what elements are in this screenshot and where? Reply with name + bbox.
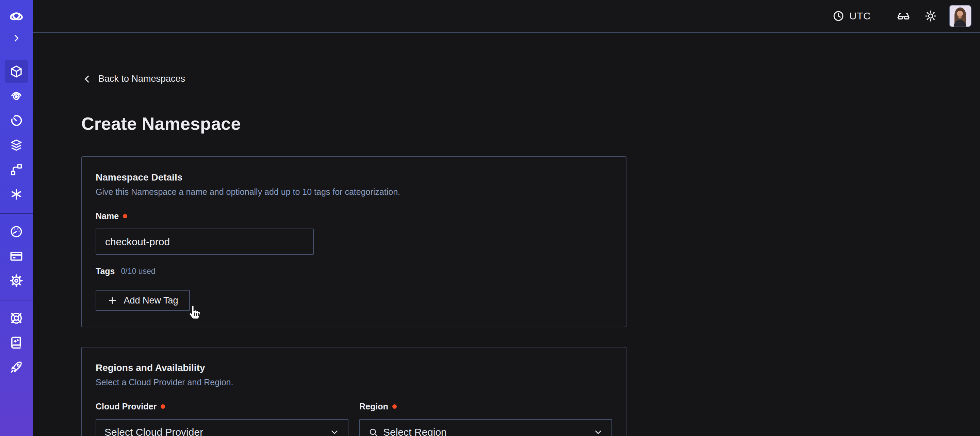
layers-icon: [9, 138, 24, 152]
credit-card-icon: [9, 249, 24, 263]
topbar: UTC: [33, 0, 980, 33]
back-to-namespaces-link[interactable]: Back to Namespaces: [82, 73, 185, 84]
main-content: Back to Namespaces Create Namespace Name…: [33, 34, 980, 436]
glasses-icon: [897, 9, 910, 23]
sidebar-item-namespaces[interactable]: [5, 60, 28, 83]
cube-icon: [9, 64, 24, 79]
user-avatar[interactable]: [949, 5, 972, 27]
card-subtitle: Select a Cloud Provider and Region.: [95, 377, 612, 387]
chevron-down-icon: [329, 427, 340, 436]
region-label: Region: [360, 402, 388, 412]
branch-icon: [9, 163, 24, 177]
card-subtitle: Give this Namespace a name and optionall…: [95, 187, 612, 197]
chevron-down-icon: [593, 427, 603, 436]
sidebar-item-workflows[interactable]: [5, 85, 28, 108]
plus-icon: [107, 295, 118, 305]
region-select[interactable]: Select Region: [360, 419, 612, 436]
timer-icon: [9, 113, 24, 128]
required-dot: [123, 214, 127, 218]
tags-count: 0/10 used: [121, 267, 156, 276]
cloud-provider-select-value: Select Cloud Provider: [105, 426, 325, 436]
card-title: Namespace Details: [95, 172, 612, 183]
spiral-icon: [9, 89, 24, 103]
gear-icon: [9, 273, 24, 288]
temporal-logo-icon[interactable]: [5, 5, 28, 28]
sidebar-item-usage[interactable]: [5, 220, 28, 243]
sidebar-expand-chevron[interactable]: [5, 29, 28, 48]
theme-toggle-button[interactable]: [921, 6, 940, 26]
add-new-tag-label: Add New Tag: [124, 295, 178, 306]
accessibility-button[interactable]: [894, 6, 913, 26]
chevron-left-icon: [82, 74, 92, 84]
required-dot: [392, 404, 397, 409]
namespace-details-card: Namespace Details Give this Namespace a …: [81, 157, 627, 327]
sidebar-divider: [0, 213, 33, 214]
search-icon: [368, 427, 379, 436]
sidebar-item-settings[interactable]: [5, 269, 28, 292]
cloud-provider-select[interactable]: Select Cloud Provider: [95, 419, 348, 436]
gauge-icon: [9, 224, 24, 239]
required-dot: [161, 404, 165, 409]
timezone-selector[interactable]: UTC: [832, 10, 871, 22]
book-sparkles-icon: [9, 335, 24, 350]
sun-icon: [924, 10, 937, 22]
sidebar-item-getting-started[interactable]: [5, 356, 28, 379]
rocket-icon: [9, 360, 24, 374]
asterisk-icon: [9, 187, 24, 201]
lifebuoy-icon: [9, 311, 24, 325]
regions-availability-card: Regions and Availability Select a Cloud …: [81, 347, 627, 436]
clock-icon: [832, 10, 845, 22]
tags-label: Tags: [95, 267, 115, 276]
namespace-name-input[interactable]: [95, 228, 314, 255]
sidebar-item-nexus[interactable]: [5, 182, 28, 206]
sidebar-item-task-queues[interactable]: [5, 134, 28, 157]
region-select-value: Select Region: [383, 426, 588, 436]
card-title: Regions and Availability: [95, 363, 612, 373]
sidebar-item-deployments[interactable]: [5, 158, 28, 181]
sidebar-item-docs[interactable]: [5, 331, 28, 354]
back-label: Back to Namespaces: [98, 73, 185, 84]
sidebar-item-schedules[interactable]: [5, 109, 28, 132]
add-new-tag-button[interactable]: Add New Tag: [95, 290, 190, 311]
name-label: Name: [95, 211, 119, 221]
cloud-provider-label: Cloud Provider: [95, 402, 156, 412]
page-title: Create Namespace: [81, 113, 241, 134]
timezone-label: UTC: [850, 10, 871, 22]
sidebar-item-support[interactable]: [5, 307, 28, 330]
sidebar-divider: [0, 300, 33, 300]
sidebar: [0, 0, 33, 436]
sidebar-item-billing[interactable]: [5, 244, 28, 268]
